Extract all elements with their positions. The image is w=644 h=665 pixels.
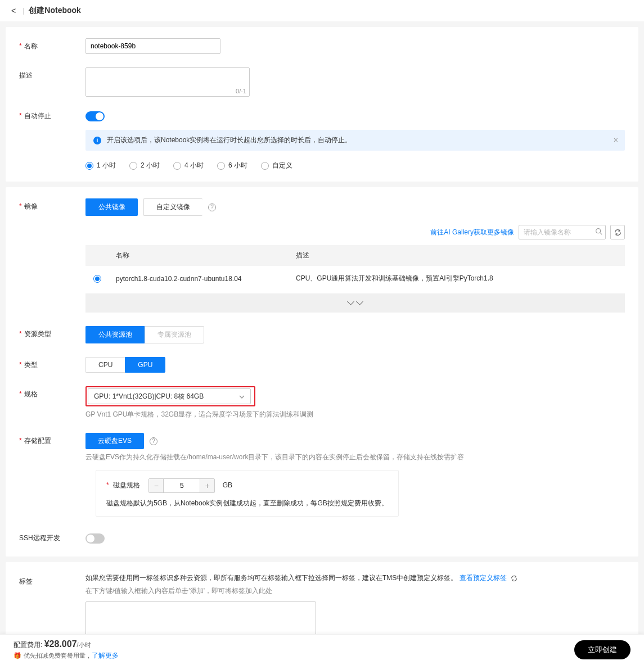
fee-price: ¥28.007 — [44, 639, 77, 649]
chevron-down-icon — [239, 392, 245, 400]
tab-public-image[interactable]: 公共镜像 — [85, 198, 138, 216]
tab-public-pool[interactable]: 公共资源池 — [85, 326, 145, 343]
chevron-down-icon — [356, 299, 363, 307]
label-spec: 规格 — [19, 386, 85, 399]
radio-custom[interactable]: 自定义 — [261, 161, 292, 170]
tab-gpu[interactable]: GPU — [125, 357, 165, 373]
image-table: 名称 描述 pytorch1.8-cuda10.2-cudnn7-ubuntu1… — [85, 245, 625, 313]
disk-stepper[interactable]: − + — [148, 478, 215, 493]
table-row[interactable]: pytorch1.8-cuda10.2-cudnn7-ubuntu18.04 C… — [85, 266, 625, 291]
banner-text: 开启该选项后，该Notebook实例将在运行时长超出您所选择的时长后，自动停止。 — [107, 135, 352, 145]
fee-unit: /小时 — [77, 641, 91, 648]
spec-value: GPU: 1*Vnt1(32GB)|CPU: 8核 64GB — [94, 392, 204, 401]
label-tag: 标签 — [19, 573, 85, 586]
label-resource-type: 资源类型 — [19, 326, 85, 339]
col-name: 名称 — [116, 251, 296, 260]
card-basic: 名称 描述 0/-1 自动停止 i 开启该选项后，该Notebook实例将在运行… — [6, 27, 638, 182]
help-icon[interactable]: ? — [208, 203, 216, 211]
radio-1h[interactable]: 1 小时 — [85, 161, 116, 170]
svg-point-0 — [596, 229, 601, 233]
refresh-tags-icon[interactable] — [511, 575, 517, 582]
label-image: 镜像 — [19, 198, 85, 211]
autostop-toggle[interactable] — [85, 111, 105, 121]
back-button[interactable]: < — [9, 6, 18, 15]
disk-unit: GB — [223, 481, 232, 489]
label-name: 名称 — [19, 38, 85, 51]
help-icon[interactable]: ? — [150, 437, 157, 445]
ssh-toggle[interactable] — [85, 533, 105, 544]
row-name: pytorch1.8-cuda10.2-cudnn7-ubuntu18.04 — [116, 275, 296, 283]
stepper-plus[interactable]: + — [200, 479, 214, 492]
learn-more-link[interactable]: 了解更多 — [92, 652, 119, 659]
radio-4h[interactable]: 4 小时 — [173, 161, 204, 170]
info-icon: i — [93, 137, 101, 144]
label-type: 类型 — [19, 357, 85, 370]
expand-button[interactable] — [85, 293, 625, 313]
label-autostop: 自动停止 — [19, 108, 85, 121]
description-textarea[interactable] — [85, 67, 250, 97]
close-icon[interactable]: × — [614, 135, 618, 144]
tab-evs[interactable]: 云硬盘EVS — [85, 433, 144, 449]
disk-help: 磁盘规格默认为5GB，从Notebook实例创建成功起，直至删除成功，每GB按照… — [106, 499, 388, 508]
autostop-radio-group: 1 小时 2 小时 4 小时 6 小时 自定义 — [85, 161, 625, 170]
label-storage: 存储配置 — [19, 433, 85, 446]
tag-hint: 在下方键/值输入框输入内容后单击'添加'，即可将标签加入此处 — [85, 586, 625, 596]
radio-2h[interactable]: 2 小时 — [129, 161, 160, 170]
label-ssh: SSH远程开发 — [19, 530, 85, 543]
gift-icon: 🎁 — [13, 652, 21, 659]
storage-help: 云硬盘EVS作为持久化存储挂载在/home/ma-user/work目录下，该目… — [85, 453, 625, 462]
label-desc: 描述 — [19, 67, 85, 80]
col-desc: 描述 — [296, 251, 617, 260]
card-resource: 镜像 公共镜像 自定义镜像 ? 前往AI Gallery获取更多镜像 — [6, 187, 638, 557]
image-search-input[interactable] — [519, 225, 606, 239]
row-radio[interactable] — [93, 275, 116, 283]
radio-6h[interactable]: 6 小时 — [217, 161, 247, 170]
tab-cpu[interactable]: CPU — [85, 357, 125, 373]
stepper-minus[interactable]: − — [149, 479, 164, 492]
refresh-button[interactable] — [610, 225, 625, 239]
fee-label: 配置费用: — [13, 641, 42, 649]
chevron-down-icon — [347, 299, 354, 307]
tab-custom-image[interactable]: 自定义镜像 — [143, 198, 202, 216]
create-button[interactable]: 立即创建 — [574, 640, 631, 659]
footer-bar: 配置费用: ¥28.007/小时 🎁优先扣减免费套餐用量，了解更多 立即创建 — [0, 634, 644, 665]
spec-highlight: GPU: 1*Vnt1(32GB)|CPU: 8核 64GB — [85, 386, 255, 406]
page-title: 创建Notebook — [29, 6, 81, 16]
autostop-banner: i 开启该选项后，该Notebook实例将在运行时长超出您所选择的时长后，自动停… — [85, 130, 625, 151]
disk-value-input[interactable] — [164, 479, 200, 492]
divider: | — [22, 7, 24, 15]
predefined-tags-link[interactable]: 查看预定义标签 — [460, 574, 507, 582]
search-icon[interactable] — [595, 228, 602, 237]
spec-select[interactable]: GPU: 1*Vnt1(32GB)|CPU: 8核 64GB — [88, 388, 251, 404]
spec-help: GP Vnt1 GPU单卡规格，32GB显存，适合深度学习场景下的算法训练和调测 — [85, 410, 625, 419]
tag-desc: 如果您需要使用同一标签标识多种云资源，即所有服务均可在标签输入框下拉选择同一标签… — [85, 574, 457, 582]
gallery-link[interactable]: 前往AI Gallery获取更多镜像 — [430, 228, 514, 237]
label-disk: 磁盘规格 — [113, 481, 140, 489]
name-input[interactable] — [85, 38, 220, 54]
svg-line-1 — [600, 233, 602, 234]
row-desc: CPU、GPU通用算法开发和训练基础镜像，预置AI引擎PyTorch1.8 — [296, 274, 617, 283]
discount-text: 优先扣减免费套餐用量， — [24, 652, 92, 659]
tab-dedicated-pool[interactable]: 专属资源池 — [145, 326, 204, 343]
